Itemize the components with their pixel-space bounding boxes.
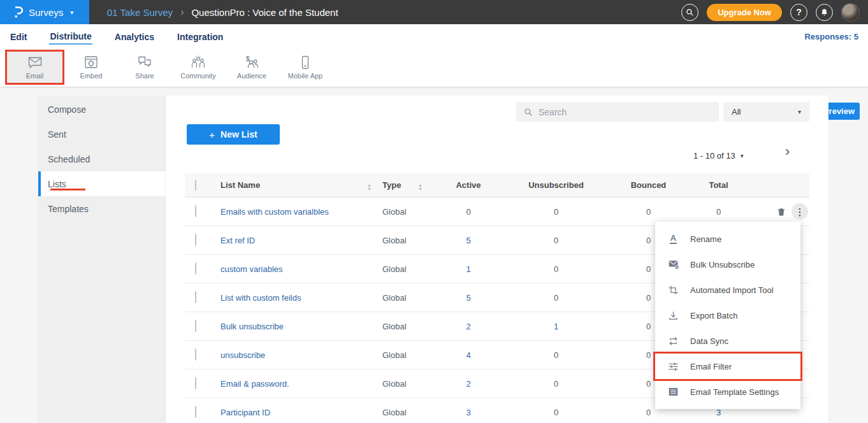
total-count-link[interactable]: 3 [716,408,721,417]
share-icon [137,55,152,69]
notifications-button[interactable] [816,4,833,21]
pagination-range[interactable]: 1 - 10 of 13 ▾ [693,151,744,161]
channel-label: Email [26,72,44,80]
row-checkbox[interactable] [195,320,196,332]
channel-share[interactable]: Share [118,50,171,85]
menu-item-data-sync[interactable]: Data Sync [655,328,800,354]
row-checkbox[interactable] [195,377,196,389]
list-name-link[interactable]: unsubscribe [221,350,265,360]
upgrade-now-button[interactable]: Upgrade Now [707,4,782,21]
list-name-link[interactable]: Emails with custom varialbles [221,207,329,217]
list-type: Global [382,322,433,331]
menu-item-email-template-settings[interactable]: Email Template Settings [655,379,800,405]
tab-distribute[interactable]: Distribute [49,29,92,45]
table-header-row: List Name ▲▼ Type ▲▼ Active Unsubscribed… [185,173,809,197]
list-name-link[interactable]: Email & password. [221,379,289,389]
active-count-link[interactable]: 3 [466,408,470,417]
list-name-link[interactable]: List with custom feilds [221,293,301,303]
distribute-toolbar: Email Embed Share [0,48,868,87]
list-name-link[interactable]: Ext ref ID [221,236,255,245]
user-avatar[interactable] [841,3,860,22]
column-header-list-name[interactable]: List Name [221,180,367,190]
list-filter-dropdown[interactable]: All ▾ [723,102,809,122]
unsubscribed-count: 0 [503,408,609,417]
channel-label: Share [135,72,154,80]
channel-audience[interactable]: $ Audience [225,50,278,85]
channel-embed[interactable]: Embed [64,50,118,85]
menu-item-label: Export Batch [690,311,737,320]
row-more-actions-button[interactable]: ⋮ [792,203,808,220]
email-icon [27,55,43,69]
unsubscribed-count-link[interactable]: 1 [554,322,558,331]
active-count-link[interactable]: 4 [466,350,470,360]
responses-count[interactable]: Responses: 5 [804,32,858,41]
channel-label: Embed [80,72,103,80]
list-name-link[interactable]: Bulk unsubscribe [221,322,284,331]
community-icon [190,55,206,69]
row-checkbox[interactable] [195,291,196,303]
sort-icon[interactable]: ▲▼ [418,183,423,191]
list-type: Global [382,207,433,217]
pagination-next-button[interactable]: › [785,145,790,159]
row-checkbox[interactable] [195,262,196,275]
breadcrumb-survey-link[interactable]: 01 Take Survey [107,7,173,18]
email-template-settings-icon [667,387,679,397]
active-count-link[interactable]: 1 [466,264,470,274]
sidebar-item-templates[interactable]: Templates [38,196,166,221]
sort-icon[interactable]: ▲▼ [367,183,372,191]
column-header-total: Total [688,180,749,190]
list-name-link[interactable]: custom variables [221,264,283,274]
menu-item-automated-import-tool[interactable]: Automated Import Tool [655,277,800,303]
unsubscribed-count: 0 [503,207,609,217]
list-search-box [516,102,719,122]
sidebar-item-sent[interactable]: Sent [38,122,166,147]
channel-mobile-app[interactable]: Mobile App [278,50,332,85]
menu-item-rename[interactable]: A Rename [655,226,800,252]
menu-item-export-batch[interactable]: Export Batch [655,303,800,328]
row-checkbox[interactable] [195,348,196,361]
delete-list-button[interactable] [776,206,786,217]
active-count-link[interactable]: 2 [466,322,470,331]
sidebar-item-lists[interactable]: Lists [38,171,166,196]
row-checkbox[interactable] [195,234,196,246]
channel-list: Email Embed Share [5,50,332,85]
active-count: 0 [433,207,503,217]
sidebar-item-scheduled[interactable]: Scheduled [38,147,166,171]
menu-item-label: Bulk Unsubscribe [690,260,755,269]
top-bar: Surveys ▾ 01 Take Survey › QuestionPro :… [0,0,868,24]
new-list-button[interactable]: + New List [187,124,280,145]
questionpro-logo-icon [13,6,23,18]
channel-email[interactable]: Email [5,50,64,85]
unsubscribed-count: 0 [503,236,609,245]
active-count-link[interactable]: 5 [466,293,470,303]
column-header-type[interactable]: Type [382,180,418,190]
unsubscribed-count: 0 [503,293,609,303]
list-search-input[interactable] [539,107,711,117]
menu-item-bulk-unsubscribe[interactable]: Bulk Unsubscribe [655,252,800,277]
help-button[interactable]: ? [790,4,807,21]
search-icon [524,108,533,117]
caret-down-icon: ▾ [70,9,73,16]
new-list-label: New List [221,129,257,140]
tab-integration[interactable]: Integration [177,29,224,44]
menu-item-email-filter[interactable]: Email Filter [655,354,800,379]
tab-edit[interactable]: Edit [10,29,27,44]
row-checkbox[interactable] [195,406,196,418]
list-name-link[interactable]: Participant ID [221,408,270,417]
menu-item-label: Email Template Settings [690,387,779,397]
row-checkbox[interactable] [195,205,196,217]
search-button[interactable] [681,4,698,21]
active-count-link[interactable]: 2 [466,379,470,389]
menu-item-label: Data Sync [690,336,728,346]
sidebar-item-compose[interactable]: Compose [38,97,166,122]
filter-value: All [732,107,741,117]
active-count-link[interactable]: 5 [466,236,470,245]
product-name: Surveys [29,7,63,18]
channel-label: Audience [237,72,266,80]
tab-analytics[interactable]: Analytics [114,29,155,44]
breadcrumb: 01 Take Survey › QuestionPro : Voice of … [107,6,338,18]
product-switcher[interactable]: Surveys ▾ [0,0,89,24]
channel-community[interactable]: Community [171,50,225,85]
list-type: Global [382,350,433,360]
select-all-checkbox[interactable] [195,180,196,190]
